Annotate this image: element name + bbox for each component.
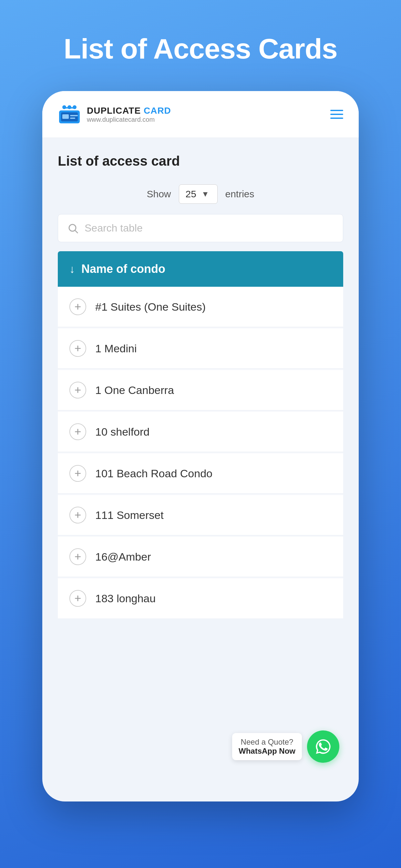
svg-rect-2 (62, 114, 69, 119)
expand-button[interactable] (69, 465, 86, 482)
condo-name: #1 Suites (One Suites) (95, 301, 206, 313)
section-title: List of access card (58, 153, 343, 169)
search-box[interactable]: Search table (58, 214, 343, 242)
list-items-container: #1 Suites (One Suites) 1 Medini 1 One Ca… (58, 287, 343, 618)
show-label: Show (147, 189, 171, 199)
condo-name: 111 Somerset (95, 509, 164, 522)
show-entries-row: Show 25 ▼ entries (58, 184, 343, 204)
content-area: List of access card Show 25 ▼ entries Se… (42, 138, 359, 802)
svg-rect-8 (70, 115, 78, 116)
need-quote-text: Need a Quote? (239, 738, 296, 747)
entries-label: entries (225, 189, 254, 199)
expand-button[interactable] (69, 507, 86, 523)
list-item: #1 Suites (One Suites) (58, 287, 343, 327)
whatsapp-icon (314, 738, 332, 755)
condo-name: 1 One Canberra (95, 384, 174, 397)
svg-rect-9 (70, 118, 75, 119)
dropdown-arrow-icon: ▼ (202, 190, 209, 198)
condo-name: 16@Amber (95, 551, 151, 563)
brand-url: www.duplicatecard.com (87, 116, 171, 123)
phone-frame: DUPLICATE CARD www.duplicatecard.com Lis… (42, 91, 359, 802)
search-placeholder: Search table (85, 222, 143, 234)
list-item: 183 longhau (58, 578, 343, 618)
expand-button[interactable] (69, 382, 86, 399)
page-title: List of Access Cards (64, 32, 337, 65)
logo-area: DUPLICATE CARD www.duplicatecard.com (58, 103, 171, 126)
expand-button[interactable] (69, 299, 86, 315)
list-item: 111 Somerset (58, 495, 343, 535)
expand-button[interactable] (69, 423, 86, 440)
svg-point-10 (69, 224, 76, 231)
expand-button[interactable] (69, 340, 86, 357)
expand-button[interactable] (69, 548, 86, 565)
svg-rect-7 (69, 107, 74, 108)
sort-arrow-icon: ↓ (69, 263, 75, 275)
whatsapp-float: Need a Quote? WhatsApp Now (232, 731, 339, 763)
expand-button[interactable] (69, 590, 86, 607)
column-header-label: Name of condo (81, 262, 165, 276)
whatsapp-label: Need a Quote? WhatsApp Now (232, 733, 302, 760)
table-header[interactable]: ↓ Name of condo (58, 251, 343, 287)
whatsapp-now-text: WhatsApp Now (239, 747, 296, 755)
logo-icon (58, 103, 81, 126)
entries-select[interactable]: 25 ▼ (179, 184, 218, 204)
hamburger-menu-button[interactable] (330, 110, 343, 119)
condo-name: 1 Medini (95, 342, 137, 355)
app-header: DUPLICATE CARD www.duplicatecard.com (42, 91, 359, 138)
list-item: 1 Medini (58, 329, 343, 369)
list-item: 1 One Canberra (58, 370, 343, 410)
logo-text: DUPLICATE CARD www.duplicatecard.com (87, 105, 171, 123)
list-item: 16@Amber (58, 537, 343, 577)
list-item: 101 Beach Road Condo (58, 454, 343, 494)
brand-name: DUPLICATE CARD (87, 105, 171, 116)
condo-name: 101 Beach Road Condo (95, 467, 212, 480)
condo-name: 183 longhau (95, 592, 156, 605)
condo-name: 10 shelford (95, 426, 150, 438)
whatsapp-button[interactable] (307, 731, 339, 763)
search-icon (67, 222, 79, 234)
svg-rect-6 (64, 107, 69, 108)
list-item: 10 shelford (58, 412, 343, 452)
svg-line-11 (75, 230, 78, 233)
main-content: List of access card Show 25 ▼ entries Se… (42, 138, 359, 802)
entries-value: 25 (186, 189, 196, 199)
